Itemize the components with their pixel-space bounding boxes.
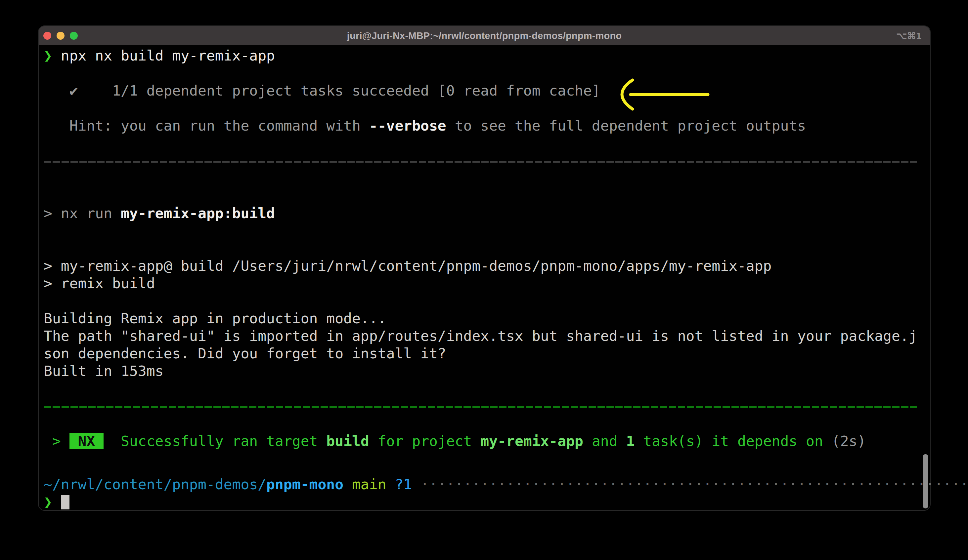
titlebar[interactable]: juri@Juri-Nx-MBP:~/nrwl/content/pnpm-dem… [39, 26, 930, 45]
text-segment: and [583, 433, 626, 449]
nx-run-target: my-remix-app:build [121, 205, 275, 221]
terminal-line: Hint: you can run the command with --ver… [44, 117, 930, 135]
terminal-line [44, 170, 930, 187]
text-segment: > [44, 433, 70, 449]
terminal-line: > my-remix-app@ build /Users/juri/nrwl/c… [44, 257, 930, 275]
text-segment: Successfully ran target [121, 433, 326, 449]
prompt-icon: ❯ [44, 47, 52, 64]
text-segment: build [326, 433, 369, 449]
terminal-line: The path "shared-ui" is imported in app/… [44, 327, 930, 345]
divider-line [44, 161, 917, 163]
close-button[interactable] [43, 32, 51, 40]
terminal-line [44, 222, 930, 240]
terminal-line: ✔ 1/1 dependent project tasks succeeded … [44, 82, 930, 99]
terminal-line: ❯ npx nx build my-remix-app [44, 47, 930, 64]
text-segment [412, 476, 421, 492]
terminal-line [44, 380, 930, 397]
text-segment: The path "shared-ui" is imported in app/… [44, 328, 917, 344]
text-segment: Hint: you can run the command with [44, 117, 369, 134]
divider-gray [44, 152, 930, 170]
terminal-line: > nx run my-remix-app:build [44, 205, 930, 222]
terminal-line [44, 240, 930, 257]
terminal-line [44, 99, 930, 117]
command-text: npx nx build my-remix-app [52, 47, 275, 64]
desktop-background: juri@Juri-Nx-MBP:~/nrwl/content/pnpm-dem… [0, 0, 968, 560]
text-segment: Building Remix app in production mode... [44, 310, 386, 327]
terminal-line [44, 135, 930, 152]
terminal-line: son dependencies. Did you forget to inst… [44, 345, 930, 362]
scrollbar[interactable] [923, 454, 929, 509]
terminal-line: Building Remix app in production mode... [44, 310, 930, 327]
divider-green [44, 397, 930, 415]
terminal-line [44, 415, 930, 433]
text-segment: > nx run [44, 205, 121, 221]
duration-label: (2s) [832, 433, 866, 449]
verbose-flag: --verbose [369, 117, 446, 134]
text-segment: for project [369, 433, 481, 449]
terminal-line: Built in 153ms [44, 362, 930, 380]
terminal-line [44, 450, 930, 476]
divider-line [44, 406, 917, 408]
cwd-dirname: pnpm-mono [266, 476, 343, 492]
text-segment [386, 476, 395, 492]
text-segment: to see the full dependent project output… [446, 117, 806, 134]
nx-badge: NX [70, 433, 104, 449]
cwd-path: ~/nrwl/content/pnpm-demos/ [44, 476, 266, 492]
text-segment: > remix build [44, 275, 155, 292]
git-status: ?1 [394, 476, 412, 492]
text-segment [343, 476, 352, 492]
prompt-icon: ❯ [44, 494, 52, 510]
terminal-line [44, 187, 930, 205]
tab-shortcut-label: ⌥⌘1 [896, 26, 922, 45]
terminal-window: juri@Juri-Nx-MBP:~/nrwl/content/pnpm-dem… [38, 25, 931, 511]
minimize-button[interactable] [56, 32, 65, 40]
scrollbar-thumb[interactable] [923, 454, 928, 509]
text-segment: task(s) it depends on [635, 433, 831, 449]
traffic-lights [43, 26, 78, 45]
task-success-message: ✔ 1/1 dependent project tasks succeeded … [44, 82, 600, 99]
text-segment: 1 [626, 433, 635, 449]
text-segment [52, 494, 61, 510]
text-segment: Built in 153ms [44, 363, 163, 379]
terminal-line: ~/nrwl/content/pnpm-demos/pnpm-mono main… [44, 476, 930, 493]
terminal-line: > remix build [44, 275, 930, 292]
terminal-cursor[interactable] [61, 495, 70, 509]
window-title: juri@Juri-Nx-MBP:~/nrwl/content/pnpm-dem… [347, 30, 622, 41]
yellow-arrow-annotation [606, 78, 715, 112]
fullscreen-button[interactable] [70, 32, 78, 40]
text-segment [104, 433, 121, 449]
text-segment: my-remix-app [481, 433, 583, 449]
git-branch: main [352, 476, 386, 492]
terminal-line [44, 292, 930, 310]
text-segment: son dependencies. Did you forget to inst… [44, 345, 446, 362]
terminal-output[interactable]: ❯ npx nx build my-remix-app ✔ 1/1 depend… [39, 45, 930, 511]
terminal-line [44, 64, 930, 82]
terminal-line: ❯ [44, 493, 930, 511]
text-segment: > my-remix-app@ build /Users/juri/nrwl/c… [44, 258, 772, 274]
terminal-line: > NX Successfully ran target build for p… [44, 433, 930, 450]
prompt-fill-dots: ········································… [421, 476, 968, 492]
